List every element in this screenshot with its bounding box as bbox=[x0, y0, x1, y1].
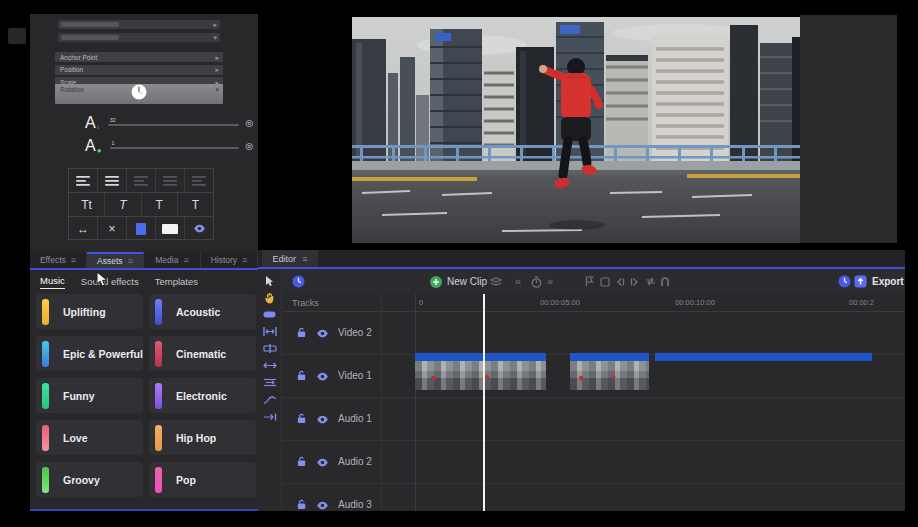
skip-forward-icon[interactable]: » bbox=[547, 269, 553, 294]
tool-razor[interactable] bbox=[262, 308, 278, 321]
tab-menu-icon[interactable]: ≡ bbox=[128, 256, 133, 266]
tool-hand[interactable] bbox=[262, 291, 278, 304]
tab-editor[interactable]: Editor ≡ bbox=[262, 250, 318, 267]
eye-icon[interactable] bbox=[316, 410, 329, 428]
property-row-anchor-point[interactable]: Anchor Point▸ bbox=[55, 52, 223, 62]
track-row-audio-1: Audio 1 bbox=[282, 397, 905, 441]
fill-color-blue-swatch[interactable] bbox=[127, 217, 156, 240]
category-label: Acoustic bbox=[176, 306, 220, 318]
marker-icon[interactable] bbox=[585, 269, 594, 294]
music-category-card-electronic[interactable]: Electronic bbox=[149, 378, 256, 413]
timeline-clip-2[interactable] bbox=[570, 353, 649, 390]
layers-icon[interactable] bbox=[490, 269, 502, 294]
eye-icon[interactable] bbox=[316, 453, 329, 471]
property-row-collapsed[interactable]: ▾ bbox=[58, 33, 220, 42]
panel-tab-media[interactable]: Media≡ bbox=[144, 252, 201, 268]
text-style-button-0[interactable]: Tt bbox=[69, 193, 105, 216]
align-justify-dim-icon[interactable] bbox=[156, 169, 185, 192]
swap-icon[interactable] bbox=[645, 269, 656, 294]
tab-menu-icon[interactable]: ≡ bbox=[71, 255, 76, 265]
nudge-left-icon[interactable] bbox=[615, 269, 625, 294]
music-category-card-uplifting[interactable]: Uplifting bbox=[36, 294, 143, 329]
eye-icon[interactable] bbox=[316, 496, 329, 512]
export-button[interactable]: Export bbox=[854, 269, 904, 294]
music-category-card-cinematic[interactable]: Cinematic bbox=[149, 336, 256, 371]
property-rotation-expanded[interactable]: Rotation▾ bbox=[55, 84, 223, 104]
lock-icon[interactable] bbox=[296, 496, 307, 512]
text-style-button-2[interactable]: T bbox=[142, 193, 178, 216]
magnet-icon[interactable] bbox=[660, 269, 670, 294]
tab-menu-icon[interactable]: ≡ bbox=[183, 255, 188, 265]
music-category-card-acoustic[interactable]: Acoustic bbox=[149, 294, 256, 329]
tool-snap[interactable] bbox=[262, 410, 278, 423]
property-value-pill bbox=[61, 22, 119, 27]
category-label: Love bbox=[63, 432, 88, 444]
timeline-ruler[interactable]: Tracks 000:00:05:0000:00:10:0000:00:2 bbox=[282, 294, 905, 312]
tracks-label: Tracks bbox=[292, 298, 319, 308]
panel-tab-history[interactable]: History≡ bbox=[201, 252, 258, 268]
lock-icon[interactable] bbox=[296, 324, 307, 342]
align-left-dim-icon[interactable] bbox=[185, 169, 213, 192]
skip-back-icon[interactable]: « bbox=[515, 269, 521, 294]
chevron-down-icon[interactable]: ▾ bbox=[215, 86, 219, 93]
timeline-clip-3[interactable] bbox=[655, 353, 872, 390]
category-color-bar bbox=[155, 467, 162, 493]
align-left-icon[interactable] bbox=[69, 169, 98, 192]
nudge-right-icon[interactable] bbox=[630, 269, 640, 294]
box-icon[interactable] bbox=[600, 269, 610, 294]
keyframe-icon[interactable]: ◎ bbox=[245, 119, 253, 128]
tool-ripple-trim[interactable] bbox=[262, 325, 278, 338]
chevron-right-icon[interactable]: ▸ bbox=[213, 21, 217, 28]
tab-menu-icon[interactable]: ≡ bbox=[242, 255, 247, 265]
timecode-clock-icon[interactable] bbox=[292, 269, 305, 294]
panel-tab-effects[interactable]: Effects≡ bbox=[30, 252, 87, 268]
subtab-sound-effects[interactable]: Sound effects bbox=[81, 276, 139, 289]
tab-menu-icon[interactable]: ≡ bbox=[302, 254, 307, 264]
text-style-button-1[interactable]: T bbox=[105, 193, 141, 216]
visibility-eye-icon[interactable] bbox=[185, 217, 213, 240]
music-category-card-epic-powerful[interactable]: Epic & Powerful bbox=[36, 336, 143, 371]
subtab-music[interactable]: Music bbox=[40, 275, 65, 289]
playhead[interactable] bbox=[483, 294, 485, 511]
clip-link-bar bbox=[415, 353, 546, 361]
slider-font-size[interactable]: 32 bbox=[108, 117, 239, 129]
close-icon[interactable]: × bbox=[98, 217, 127, 240]
text-style-button-3[interactable]: T bbox=[178, 193, 213, 216]
align-justify-icon[interactable] bbox=[98, 169, 127, 192]
tool-select[interactable] bbox=[262, 274, 278, 287]
render-clock-icon[interactable] bbox=[838, 269, 851, 294]
category-color-bar bbox=[155, 425, 162, 451]
chevron-right-icon[interactable]: ▸ bbox=[215, 66, 219, 73]
track-header-divider bbox=[381, 294, 382, 511]
new-clip-button[interactable]: New Clip bbox=[430, 269, 487, 294]
eye-icon[interactable] bbox=[316, 324, 329, 342]
property-row-collapsed[interactable]: ▸ bbox=[58, 20, 220, 29]
property-row-position[interactable]: Position▸ bbox=[55, 65, 223, 75]
music-category-card-pop[interactable]: Pop bbox=[149, 462, 256, 497]
music-category-card-groovy[interactable]: Groovy bbox=[36, 462, 143, 497]
lock-icon[interactable] bbox=[296, 453, 307, 471]
tool-curve[interactable] bbox=[262, 393, 278, 406]
chevron-right-icon[interactable]: ▸ bbox=[215, 54, 219, 61]
collapsed-panel-chip[interactable] bbox=[8, 28, 26, 44]
chevron-down-icon[interactable]: ▾ bbox=[213, 34, 217, 41]
subtab-templates[interactable]: Templates bbox=[155, 276, 198, 289]
slider-track[interactable] bbox=[108, 124, 239, 126]
music-category-card-hip-hop[interactable]: Hip Hop bbox=[149, 420, 256, 455]
align-left-dim-icon[interactable] bbox=[127, 169, 156, 192]
ruler-tick: 00:00:2 bbox=[849, 298, 874, 307]
fill-color-white-swatch[interactable] bbox=[156, 217, 185, 240]
slider-stroke[interactable]: 1 bbox=[110, 140, 240, 152]
panel-tab-assets[interactable]: Assets≡ bbox=[87, 252, 144, 268]
assets-subtab-row: MusicSound effectsTemplates bbox=[40, 274, 198, 290]
music-category-card-love[interactable]: Love bbox=[36, 420, 143, 455]
slider-track[interactable] bbox=[110, 147, 240, 149]
timer-icon[interactable] bbox=[531, 269, 542, 294]
timeline-clip-1[interactable] bbox=[415, 353, 546, 390]
rotation-dial-icon[interactable] bbox=[131, 84, 148, 105]
music-category-card-funny[interactable]: Funny bbox=[36, 378, 143, 413]
category-label: Pop bbox=[176, 474, 196, 486]
lock-icon[interactable] bbox=[296, 410, 307, 428]
keyframe-icon[interactable]: ◎ bbox=[245, 142, 253, 151]
width-arrows-icon[interactable]: ↔ bbox=[69, 217, 98, 240]
